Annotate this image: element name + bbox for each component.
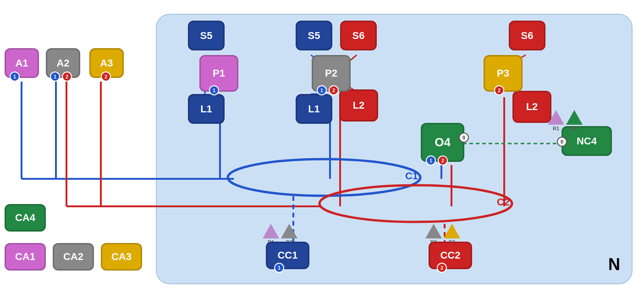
node-S6-p2: S6 [340, 21, 377, 50]
triangles-nc4: R1 R4 [548, 110, 583, 131]
port-A2-1: 1 [50, 72, 60, 82]
node-CA1: CA1 [5, 243, 46, 271]
port-O4-2: 2 [438, 155, 448, 166]
network-label: N [608, 255, 620, 274]
node-CA3: CA3 [101, 243, 142, 271]
port-O4-0: 0 [459, 133, 469, 143]
node-P2: P2 1 2 [312, 55, 351, 92]
node-L2-p2: L2 [339, 89, 378, 122]
node-P3: P3 2 [484, 55, 523, 92]
port-O4-1: 1 [426, 155, 436, 166]
node-A1: A1 1 [5, 48, 39, 78]
node-L1-p1: L1 [188, 94, 225, 124]
node-CC1: CC1 1 [266, 242, 309, 269]
diagram-container: N [0, 0, 644, 293]
port-A1-1: 1 [10, 72, 20, 82]
port-P1-1: 1 [209, 85, 219, 95]
node-CA4: CA4 [5, 204, 46, 232]
node-A3: A3 2 [89, 48, 124, 78]
node-S5-p2: S5 [296, 21, 332, 50]
node-P1: P1 1 [199, 55, 238, 92]
ellipse-C2: C2 [317, 183, 514, 224]
node-L2-p3: L2 [512, 91, 551, 123]
network-box: N [156, 14, 633, 284]
node-CC2: CC2 2 [429, 242, 472, 269]
port-NC4-0: 0 [557, 137, 567, 147]
port-P2-2: 2 [329, 85, 339, 95]
node-S5-p1: S5 [188, 21, 225, 50]
port-A2-2: 2 [62, 72, 72, 82]
node-S6-p3: S6 [509, 21, 545, 50]
node-CA2: CA2 [53, 243, 94, 271]
svg-point-26 [319, 185, 512, 222]
node-L1-p2: L1 [296, 94, 332, 124]
node-O4: O4 0 1 2 [421, 123, 464, 162]
port-P2-1: 1 [317, 85, 327, 95]
node-A2: A2 1 2 [46, 48, 80, 78]
port-P3-2: 2 [494, 85, 504, 95]
port-A3-2: 2 [101, 72, 111, 82]
port-CC1-1: 1 [274, 263, 284, 273]
port-CC2-2: 2 [437, 263, 447, 273]
